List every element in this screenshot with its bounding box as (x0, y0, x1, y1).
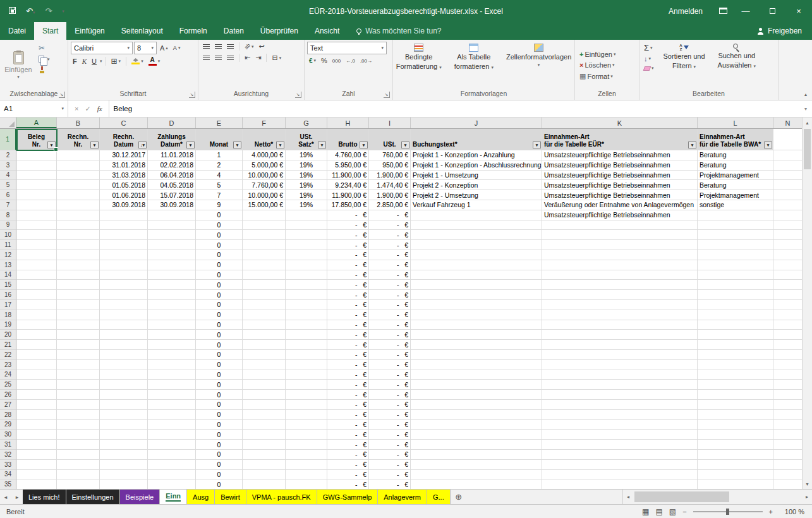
cell-K6[interactable]: Umsatzsteuerpflichtige Betriebseinnahmen (542, 190, 698, 200)
cell-J32[interactable] (411, 450, 542, 460)
cell-B28[interactable] (57, 410, 100, 420)
sheet-tab-bewirt[interactable]: Bewirt (215, 490, 246, 504)
cell-J14[interactable] (411, 270, 542, 280)
cell-N17[interactable] (773, 300, 802, 310)
row-header-32[interactable]: 32 (0, 450, 16, 460)
cell-G22[interactable] (286, 350, 327, 360)
cell-E13[interactable]: 0 (196, 260, 243, 270)
grow-font-button[interactable]: A▴ (158, 44, 170, 52)
cell-N35[interactable] (773, 479, 802, 489)
filter-button-K[interactable]: ▾ (688, 142, 696, 148)
enter-button[interactable]: ✓ (85, 105, 90, 113)
cell-J13[interactable] (411, 260, 542, 270)
cell-B22[interactable] (57, 350, 100, 360)
comma-style-button[interactable]: 000 (330, 57, 342, 64)
row-header-9[interactable]: 9 (0, 220, 16, 231)
cell-A6[interactable] (16, 190, 57, 200)
cell-B8[interactable] (57, 210, 100, 220)
cell-K22[interactable] (542, 350, 698, 360)
format-cells-button[interactable]: ▦Format▾ (578, 71, 636, 81)
cell-I28[interactable]: - € (369, 410, 411, 420)
cell-H7[interactable]: 17.850,00 € (327, 200, 369, 210)
cell-D19[interactable] (148, 320, 196, 330)
cell-B32[interactable] (57, 450, 100, 460)
cancel-button[interactable]: × (75, 105, 78, 112)
cell-H25[interactable]: - € (327, 380, 369, 390)
cell-J17[interactable] (411, 300, 542, 310)
cell-G32[interactable] (286, 450, 327, 460)
cell-D11[interactable] (148, 240, 196, 250)
cell-A24[interactable] (16, 370, 57, 380)
cell-N34[interactable] (773, 470, 802, 480)
cell-H9[interactable]: - € (327, 220, 369, 231)
cell-N28[interactable] (773, 410, 802, 420)
row-header-22[interactable]: 22 (0, 350, 16, 360)
cell-A18[interactable] (16, 310, 57, 320)
cell-F5[interactable]: 7.760,00 € (243, 180, 286, 190)
cell-J1[interactable]: Buchungstext*▾ (411, 129, 542, 150)
cell-C7[interactable]: 30.09.2018 (100, 200, 148, 210)
row-header-28[interactable]: 28 (0, 410, 16, 420)
increase-indent-button[interactable]: ⇥ (253, 53, 263, 63)
cell-D4[interactable]: 06.04.2018 (148, 171, 196, 181)
cell-C24[interactable] (100, 370, 148, 380)
cell-A35[interactable] (16, 479, 57, 489)
cell-A1[interactable]: BelegNr.▾ (16, 129, 57, 150)
cell-G13[interactable] (286, 260, 327, 270)
vertical-scrollbar[interactable]: ▴ ▾ (802, 117, 812, 489)
cell-C17[interactable] (100, 300, 148, 310)
cell-E19[interactable]: 0 (196, 320, 243, 330)
cell-G7[interactable]: 19% (286, 200, 327, 210)
cell-E2[interactable]: 1 (196, 150, 243, 160)
cell-H8[interactable]: - € (327, 210, 369, 220)
cell-A14[interactable] (16, 270, 57, 280)
cell-D33[interactable] (148, 460, 196, 470)
cell-C18[interactable] (100, 310, 148, 320)
cell-D18[interactable] (148, 310, 196, 320)
close-button[interactable]: × (785, 0, 812, 22)
cell-H17[interactable]: - € (327, 300, 369, 310)
cell-D3[interactable]: 02.02.2018 (148, 160, 196, 171)
cell-F18[interactable] (243, 310, 286, 320)
cell-J19[interactable] (411, 320, 542, 330)
cell-H15[interactable]: - € (327, 280, 369, 290)
cell-J6[interactable]: Projekt 2 - Umsetzung (411, 190, 542, 200)
filter-button-E[interactable]: ▾ (233, 142, 241, 148)
cell-C26[interactable] (100, 390, 148, 400)
row-header-5[interactable]: 5 (0, 180, 16, 190)
cell-F23[interactable] (243, 360, 286, 370)
cell-F20[interactable] (243, 330, 286, 340)
cell-K3[interactable]: Umsatzsteuerpflichtige Betriebseinnahmen (542, 160, 698, 171)
cell-C30[interactable] (100, 430, 148, 440)
cell-F22[interactable] (243, 350, 286, 360)
cell-N1[interactable] (773, 129, 802, 150)
cell-L11[interactable] (698, 240, 773, 250)
row-header-21[interactable]: 21 (0, 340, 16, 350)
borders-button[interactable]: ⊞▾ (109, 57, 123, 66)
shrink-font-button[interactable]: A▾ (171, 44, 183, 52)
cell-C21[interactable] (100, 340, 148, 350)
cell-I13[interactable]: - € (369, 260, 411, 270)
cell-C34[interactable] (100, 470, 148, 480)
cell-D27[interactable] (148, 400, 196, 410)
cell-D13[interactable] (148, 260, 196, 270)
cell-J33[interactable] (411, 460, 542, 470)
column-header-J[interactable]: J (411, 117, 542, 128)
percent-style-button[interactable]: % (319, 56, 329, 65)
cell-E12[interactable]: 0 (196, 250, 243, 260)
zoom-out-button[interactable]: − (682, 508, 686, 515)
cell-L14[interactable] (698, 270, 773, 280)
cell-I7[interactable]: 2.850,00 € (369, 200, 411, 210)
cell-A21[interactable] (16, 340, 57, 350)
cell-C33[interactable] (100, 460, 148, 470)
cell-B34[interactable] (57, 470, 100, 480)
cell-L9[interactable] (698, 220, 773, 231)
cell-G30[interactable] (286, 430, 327, 440)
cell-N14[interactable] (773, 270, 802, 280)
cell-A22[interactable] (16, 350, 57, 360)
cell-K21[interactable] (542, 340, 698, 350)
cell-L13[interactable] (698, 260, 773, 270)
cell-J34[interactable] (411, 470, 542, 480)
row-header-3[interactable]: 3 (0, 160, 16, 171)
redo-button[interactable]: ↷ (45, 6, 52, 16)
